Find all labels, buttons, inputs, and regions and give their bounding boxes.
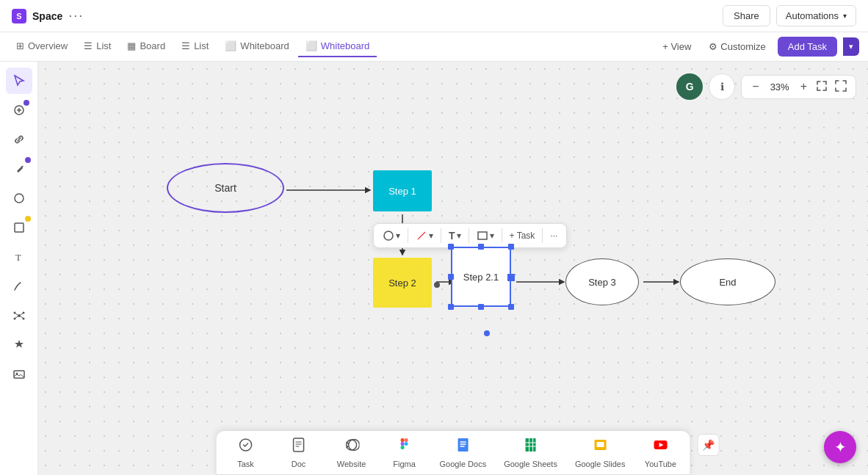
link-tool[interactable] xyxy=(6,126,32,153)
fullscreen-button[interactable] xyxy=(833,79,848,95)
svg-text:T: T xyxy=(15,252,21,263)
tab-overview[interactable]: ⊞ Overview xyxy=(9,36,75,57)
selection-handle-tr[interactable] xyxy=(508,244,514,250)
select-tool[interactable] xyxy=(6,68,32,94)
svg-line-12 xyxy=(21,316,23,318)
user-avatar: G xyxy=(676,73,703,100)
top-bar-right: Share Automations ▾ xyxy=(723,5,856,26)
svg-line-11 xyxy=(21,313,23,315)
list-icon: ☰ xyxy=(84,40,93,51)
svg-rect-32 xyxy=(405,438,408,442)
bottom-tool-youtube[interactable]: YouTube xyxy=(643,437,678,468)
selection-handle-tl[interactable] xyxy=(448,244,454,250)
toolbar-divider4 xyxy=(502,228,502,243)
ai-tool[interactable] xyxy=(6,97,32,123)
fit-to-screen-button[interactable] xyxy=(814,79,829,95)
selection-handle-bl[interactable] xyxy=(448,304,454,310)
svg-rect-24 xyxy=(478,232,487,239)
flow-node-step1[interactable]: Step 1 xyxy=(373,170,432,211)
pin-button[interactable]: 📌 xyxy=(697,434,719,456)
add-task-button[interactable]: Add Task xyxy=(778,37,837,57)
zoom-in-button[interactable]: + xyxy=(798,80,810,93)
add-view-button[interactable]: + View xyxy=(657,38,697,55)
customize-button[interactable]: ⚙ Customize xyxy=(703,38,771,55)
bottom-tool-task[interactable]: Task xyxy=(228,437,264,468)
shape-text-button[interactable]: T ▾ xyxy=(444,227,466,244)
shape-line-button[interactable]: ▾ xyxy=(411,227,438,244)
tab-whiteboard2[interactable]: ⬜ Whiteboard xyxy=(298,36,377,57)
gear-icon: ⚙ xyxy=(709,41,717,52)
fab-button[interactable]: ✦ xyxy=(824,431,856,463)
flow-node-start[interactable]: Start xyxy=(167,163,284,213)
ai-dot xyxy=(23,100,29,106)
bottom-tool-figma[interactable]: Figma xyxy=(387,437,422,468)
bottom-tool-google-slides[interactable]: Google Slides xyxy=(575,437,626,468)
pen-tool[interactable] xyxy=(6,156,32,182)
google-slides-icon xyxy=(592,437,608,457)
bottom-tool-google-sheets[interactable]: Google Sheets xyxy=(504,437,557,468)
selection-handle-tm[interactable] xyxy=(478,244,484,250)
shape-circle-button[interactable]: ▾ xyxy=(378,227,405,244)
tab-list2[interactable]: ☰ List xyxy=(174,36,216,57)
tab-list1[interactable]: ☰ List xyxy=(76,36,118,57)
svg-rect-2 xyxy=(15,223,23,232)
toolbar-divider xyxy=(408,228,408,243)
figma-icon xyxy=(397,437,413,457)
pen-dot xyxy=(25,157,31,163)
svg-point-4 xyxy=(18,314,21,317)
selection-handle-br[interactable] xyxy=(508,304,514,310)
flow-node-step21[interactable]: Step 2.1 xyxy=(451,247,511,307)
overview-icon: ⊞ xyxy=(16,40,24,51)
ai-assist-tool[interactable] xyxy=(6,332,32,358)
tab-board[interactable]: ▦ Board xyxy=(120,36,173,57)
svg-point-30 xyxy=(347,440,357,450)
bottom-tool-google-docs[interactable]: Google Docs xyxy=(440,437,487,468)
whiteboard2-icon: ⬜ xyxy=(305,40,317,51)
sticky-dot xyxy=(25,216,31,222)
svg-point-1 xyxy=(15,194,23,203)
step2-connector-dot xyxy=(434,282,440,288)
bottom-tool-doc[interactable]: Doc xyxy=(281,437,317,468)
google-sheets-icon xyxy=(523,437,539,457)
shape-toolbar: ▾ ▾ T ▾ ▾ + Task ··· xyxy=(373,223,567,248)
sticky-tool[interactable] xyxy=(6,214,32,241)
svg-rect-46 xyxy=(596,442,604,447)
automations-button[interactable]: Automations ▾ xyxy=(776,5,856,26)
task-icon xyxy=(238,437,254,457)
step21-right-connector xyxy=(507,274,515,281)
image-tool[interactable] xyxy=(6,361,32,388)
mind-map-tool[interactable] xyxy=(6,302,32,329)
website-icon xyxy=(344,437,360,457)
flow-node-step3[interactable]: Step 3 xyxy=(565,258,639,305)
more-options-button[interactable]: ··· xyxy=(68,8,84,23)
more-shapes-button[interactable]: ··· xyxy=(546,228,562,244)
draw-tool[interactable] xyxy=(6,273,32,300)
bottom-tool-website[interactable]: Website xyxy=(334,437,369,468)
canvas-area[interactable]: G ℹ − 33% + Start Step 1 xyxy=(38,62,868,475)
nav-tabs: ⊞ Overview ☰ List ▦ Board ☰ List ⬜ White… xyxy=(0,32,868,62)
shape-rect-button[interactable]: ▾ xyxy=(472,227,499,244)
svg-point-21 xyxy=(484,330,490,336)
main-layout: T xyxy=(0,62,868,475)
toolbar-divider2 xyxy=(441,228,441,243)
flow-node-step21-wrapper: Step 2.1 xyxy=(451,247,511,307)
share-button[interactable]: Share xyxy=(723,5,770,26)
selection-handle-ml[interactable] xyxy=(448,274,454,280)
zoom-out-button[interactable]: − xyxy=(749,80,762,93)
bottom-toolbar: Task Doc Website xyxy=(216,430,691,475)
flow-node-step2[interactable]: Step 2 xyxy=(373,258,432,308)
info-button[interactable]: ℹ xyxy=(709,73,735,100)
text-tool[interactable]: T xyxy=(6,244,32,270)
flow-node-end[interactable]: End xyxy=(680,258,775,305)
canvas-controls: G ℹ − 33% + xyxy=(676,73,856,100)
svg-line-23 xyxy=(418,232,425,239)
google-docs-icon xyxy=(455,437,471,457)
circle-tool[interactable] xyxy=(6,185,32,211)
board-icon: ▦ xyxy=(127,40,136,51)
add-task-caret-button[interactable]: ▾ xyxy=(843,37,859,56)
selection-handle-bm[interactable] xyxy=(478,304,484,310)
chevron-small4: ▾ xyxy=(490,231,494,241)
toolbar-divider3 xyxy=(469,228,469,243)
add-task-inline-button[interactable]: + Task xyxy=(505,228,540,244)
tab-whiteboard1[interactable]: ⬜ Whiteboard xyxy=(217,36,296,57)
